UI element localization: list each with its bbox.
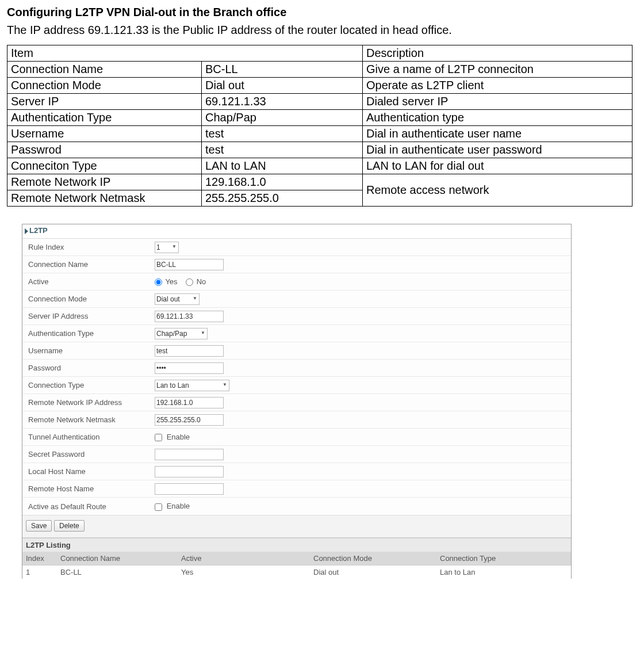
table-row: Conneciton Type LAN to LAN LAN to LAN fo… [7, 158, 632, 174]
username-input[interactable] [155, 345, 224, 357]
cell-active: Yes [178, 566, 310, 579]
remote-ip-input[interactable] [155, 397, 224, 408]
rule-index-select[interactable]: 1 [155, 242, 179, 253]
password-input[interactable] [155, 362, 224, 374]
field-label: Connection Type [22, 381, 155, 389]
table-row: Passwrod test Dial in authenticate user … [7, 142, 632, 158]
tunnel-auth-checkbox[interactable] [155, 434, 162, 441]
form-row: Tunnel Authentication Enable [22, 429, 571, 446]
field-label: Password [22, 364, 155, 372]
spec-table: Item Description Connection Name BC-LL G… [7, 45, 632, 207]
l2tp-config-panel: L2TP Rule Index 1 Connection Name Active… [22, 224, 572, 579]
spec-desc: Dial in authenticate user name [363, 126, 632, 142]
l2tp-listing-table: Index Connection Name Active Connection … [22, 552, 571, 579]
listing-title: L2TP Listing [22, 538, 571, 552]
remote-mask-input[interactable] [155, 414, 224, 426]
spec-item: Username [7, 126, 202, 142]
field-label: Connection Name [22, 260, 155, 269]
spec-header-item: Item [7, 45, 363, 62]
form-row: Rule Index 1 [22, 239, 571, 256]
form-row: Local Host Name [22, 463, 571, 480]
field-label: Remote Network Netmask [22, 415, 155, 424]
spec-desc: Remote access network [363, 174, 632, 207]
server-ip-input[interactable] [155, 311, 224, 322]
connection-mode-select[interactable]: Dial out [155, 293, 200, 305]
field-label: Server IP Address [22, 312, 155, 320]
secret-password-input[interactable] [155, 449, 224, 460]
form-row: Remote Network Netmask [22, 411, 571, 429]
spec-desc: Dialed server IP [363, 94, 632, 110]
spec-item: Conneciton Type [7, 158, 202, 174]
spec-value: test [202, 142, 363, 158]
active-no-radio[interactable] [186, 278, 193, 286]
col-active: Active [178, 552, 310, 566]
delete-button[interactable]: Delete [54, 520, 85, 532]
spec-item: Passwrod [7, 142, 202, 158]
table-row: Connection Mode Dial out Operate as L2TP… [7, 78, 632, 94]
auth-type-select[interactable]: Chap/Pap [155, 328, 208, 339]
connection-type-select[interactable]: Lan to Lan [155, 380, 229, 391]
section-header: L2TP [22, 224, 571, 239]
form-row: Remote Host Name [22, 480, 571, 498]
table-row: Authentication Type Chap/Pap Authenticat… [7, 110, 632, 126]
table-row: Item Description [7, 45, 632, 62]
field-label: Remote Host Name [22, 484, 155, 493]
doc-title: Configuring L2TP VPN Dial-out in the Bra… [7, 6, 637, 19]
remote-host-input[interactable] [155, 483, 224, 495]
field-label: Active as Default Route [22, 502, 155, 511]
active-yes-radio[interactable] [155, 278, 162, 286]
table-row[interactable]: 1 BC-LL Yes Dial out Lan to Lan [22, 566, 571, 579]
spec-value: 129.168.1.0 [202, 174, 363, 190]
form-row: Password [22, 360, 571, 377]
doc-paragraph: The IP address 69.1.121.33 is the Public… [7, 24, 637, 37]
table-header-row: Index Connection Name Active Connection … [22, 552, 571, 566]
form-row: Secret Password [22, 446, 571, 463]
spec-value: 69.121.1.33 [202, 94, 363, 110]
field-label: Username [22, 346, 155, 355]
form-row: Server IP Address [22, 308, 571, 325]
col-index: Index [22, 552, 57, 566]
spec-desc: Operate as L2TP client [363, 78, 632, 94]
form-row: Connection Name [22, 256, 571, 273]
spec-value: 255.255.255.0 [202, 190, 363, 207]
form-row: Active as Default Route Enable [22, 498, 571, 515]
form-row: Remote Network IP Address [22, 394, 571, 411]
save-button[interactable]: Save [26, 520, 52, 532]
spec-desc: Authentication type [363, 110, 632, 126]
form-row: Connection Mode Dial out [22, 291, 571, 308]
local-host-input[interactable] [155, 466, 224, 478]
spec-value: Dial out [202, 78, 363, 94]
field-label: Connection Mode [22, 295, 155, 303]
col-name: Connection Name [57, 552, 178, 566]
triangle-icon [25, 228, 28, 234]
spec-value: test [202, 126, 363, 142]
field-label: Remote Network IP Address [22, 398, 155, 407]
spec-desc: Give a name of L2TP conneciton [363, 62, 632, 78]
col-type: Connection Type [436, 552, 571, 566]
cell-name: BC-LL [57, 566, 178, 579]
spec-item: Remote Network IP [7, 174, 202, 190]
table-row: Connection Name BC-LL Give a name of L2T… [7, 62, 632, 78]
field-label: Tunnel Authentication [22, 433, 155, 441]
spec-value: LAN to LAN [202, 158, 363, 174]
default-route-checkbox[interactable] [155, 503, 162, 511]
spec-item: Authentication Type [7, 110, 202, 126]
spec-item: Remote Network Netmask [7, 190, 202, 207]
cell-mode: Dial out [310, 566, 436, 579]
field-label: Active [22, 277, 155, 286]
spec-item: Connection Mode [7, 78, 202, 94]
checkbox-label: Enable [167, 502, 190, 510]
form-row: Authentication Type Chap/Pap [22, 325, 571, 342]
section-title: L2TP [29, 226, 48, 235]
table-row: Username test Dial in authenticate user … [7, 126, 632, 142]
radio-label: Yes [165, 277, 177, 286]
form-row: Username [22, 342, 571, 360]
spec-value: Chap/Pap [202, 110, 363, 126]
radio-label: No [197, 277, 206, 286]
spec-item: Server IP [7, 94, 202, 110]
form-row: Active Yes No [22, 273, 571, 291]
col-mode: Connection Mode [310, 552, 436, 566]
connection-name-input[interactable] [155, 259, 224, 270]
table-row: Server IP 69.121.1.33 Dialed server IP [7, 94, 632, 110]
button-bar: Save Delete [22, 515, 571, 538]
